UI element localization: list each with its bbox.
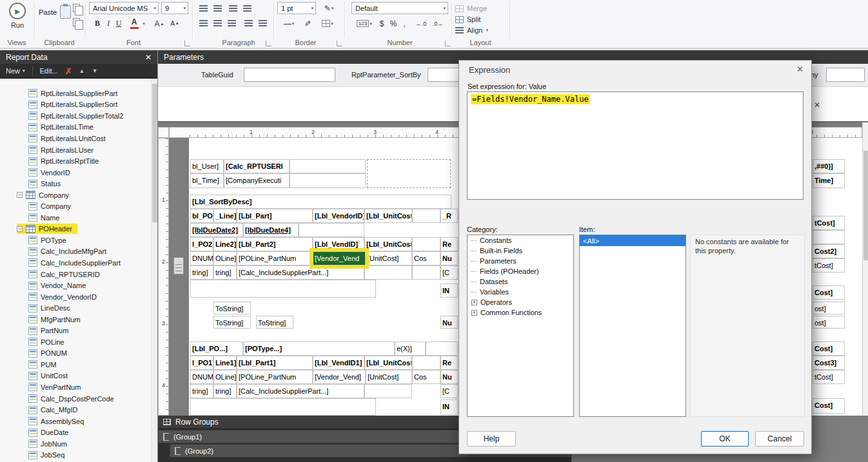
- design-cell-re[interactable]: Re: [440, 237, 458, 251]
- tree-item-JobSeq[interactable]: JobSeq: [0, 450, 152, 461]
- align-justify-icon[interactable]: [197, 3, 210, 15]
- tree-item-RptLiteralsLSupplierPart[interactable]: RptLiteralsLSupplierPart: [0, 88, 152, 99]
- border-width-select[interactable]: 1 pt ▾: [277, 2, 316, 14]
- design-cell-calcincludesupplierpart[interactable]: [Calc_IncludeSupplierPart...]: [237, 384, 364, 398]
- design-cell-oline[interactable]: OLine]: [213, 370, 237, 384]
- design-cell-tcost[interactable]: tCost]: [813, 258, 845, 273]
- scrollbar-thumb[interactable]: [152, 84, 157, 222]
- design-cell-lblvendid1[interactable]: [Lbl_VendID1]: [313, 356, 364, 370]
- delete-button[interactable]: ✗: [65, 66, 72, 76]
- design-cell-calcincludesupplierpart[interactable]: [Calc_IncludeSupplierPart...]: [237, 265, 364, 280]
- design-cell-0[interactable]: ,##0)]: [813, 159, 845, 173]
- decrease-decimals-button[interactable]: .0→: [429, 17, 446, 30]
- align-right-button[interactable]: [226, 17, 238, 30]
- borders-button[interactable]: ▾: [317, 17, 338, 30]
- format-painter-icon[interactable]: [73, 18, 80, 26]
- design-cell-oline[interactable]: OLine]: [213, 251, 237, 265]
- tree-item-RptLiteralsLTime[interactable]: RptLiteralsLTime: [0, 122, 152, 133]
- tree-item-RptLiteralsRptTitle[interactable]: RptLiteralsRptTitle: [0, 155, 152, 167]
- design-cell-lblpart[interactable]: [Lbl_Part]: [237, 209, 313, 223]
- design-cell-lblsortbydesc[interactable]: [Lbl_SortByDesc]: [190, 195, 451, 209]
- italic-button[interactable]: I: [103, 17, 113, 30]
- design-cell-ost[interactable]: ost]: [813, 302, 845, 314]
- design-cell-dnum[interactable]: DNUM]: [190, 370, 213, 384]
- design-cell-nu[interactable]: Nu: [440, 370, 458, 384]
- tree-item-POType[interactable]: POType: [0, 235, 152, 246]
- font-color-dropdown-icon[interactable]: ▾: [141, 17, 147, 30]
- design-cell-nu[interactable]: Nu: [440, 251, 458, 265]
- design-cell-in[interactable]: IN: [440, 284, 458, 298]
- tree-item-Calc_MfgID[interactable]: Calc_MfgID: [0, 404, 152, 416]
- cancel-button[interactable]: Cancel: [755, 431, 804, 447]
- tree-item-Calc_IncludeSupplierPart[interactable]: Calc_IncludeSupplierPart: [0, 257, 152, 269]
- design-cell-iblduedate4[interactable]: [IblDueDate4]: [243, 223, 299, 237]
- design-cell-lblunitcost2[interactable]: [Lbl_UnitCost2]: [364, 237, 412, 251]
- category-item-constants[interactable]: Constants: [468, 235, 573, 245]
- edit-button[interactable]: Edit...: [40, 67, 58, 75]
- indent-decrease-icon[interactable]: [227, 3, 239, 15]
- report-data-scrollbar[interactable]: [151, 79, 157, 462]
- design-cell-lblpo[interactable]: [Lbl_PO...]: [190, 342, 243, 356]
- design-cell-cos[interactable]: Cos: [412, 251, 440, 265]
- design-cell-tostring[interactable]: ToString]: [256, 316, 293, 329]
- tree-item-Calc_IncludeMfgPart[interactable]: Calc_IncludeMfgPart: [0, 246, 152, 258]
- split-button[interactable]: Split: [455, 14, 480, 24]
- design-cell-empty[interactable]: [412, 356, 440, 370]
- design-cell-line1[interactable]: Line1]: [213, 356, 237, 370]
- tree-item-PONUM[interactable]: PONUM: [0, 348, 152, 360]
- tree-item-MfgPartNum[interactable]: MfgPartNum: [0, 314, 152, 325]
- design-cell-cost[interactable]: Cost]: [813, 342, 845, 356]
- design-cell-lblunitcost1[interactable]: [Lbl_UnitCost1]: [364, 356, 412, 370]
- bullet-list-button[interactable]: [242, 17, 255, 30]
- design-cell-vendorvend[interactable]: [Vendor_Vend: [313, 251, 366, 265]
- tree-item-RptLiteralsLSupplierTotal2[interactable]: RptLiteralsLSupplierTotal2: [0, 110, 152, 122]
- tree-item-POHeader[interactable]: −POHeader: [0, 224, 152, 235]
- paste-button[interactable]: Paste: [39, 8, 57, 16]
- design-cell-lpo1[interactable]: l_PO1]: [190, 356, 213, 370]
- align-button[interactable]: Align▾: [455, 25, 488, 35]
- bold-button[interactable]: B: [92, 17, 103, 30]
- move-up-button[interactable]: ▲: [79, 68, 85, 74]
- new-button[interactable]: New▾: [6, 67, 25, 75]
- design-cell-empty[interactable]: [299, 223, 364, 237]
- design-cell-in[interactable]: IN: [440, 399, 458, 415]
- tree-item-POLine[interactable]: POLine: [0, 336, 152, 348]
- design-cell-bltime[interactable]: bl_Time]: [190, 173, 224, 188]
- font-size-select[interactable]: 9 ▾: [161, 2, 188, 14]
- design-cell-cost3[interactable]: Cost3]: [813, 356, 845, 370]
- number-123-button[interactable]: 123▾: [353, 17, 375, 30]
- align-left-button[interactable]: [197, 17, 210, 30]
- font-color-button[interactable]: A: [128, 17, 141, 30]
- collapse-icon[interactable]: −: [17, 192, 23, 198]
- design-cell-unitcost[interactable]: [UnitCost]: [366, 370, 412, 384]
- expression-editor[interactable]: =Fields!Vendor_Name.Value: [467, 91, 804, 200]
- tree-item-Name[interactable]: Name: [0, 212, 152, 224]
- item-option[interactable]: <All>: [580, 235, 686, 246]
- tree-item-Vendor_VendorID[interactable]: Vendor_VendorID: [0, 291, 152, 303]
- tree-item-RptLiteralsLUnitCost[interactable]: RptLiteralsLUnitCost: [0, 133, 152, 144]
- tree-item-RptLiteralsLUser[interactable]: RptLiteralsLUser: [0, 144, 152, 156]
- category-item-common-functions[interactable]: +Common Functions: [468, 307, 573, 318]
- design-cell-vendorvend[interactable]: [Vendor_Vend]: [313, 370, 366, 384]
- percent-button[interactable]: %: [388, 17, 399, 30]
- increase-decimals-button[interactable]: ←.0: [413, 17, 429, 30]
- paste-icon[interactable]: [60, 5, 71, 19]
- design-cell-tcost[interactable]: tCost]: [813, 216, 845, 230]
- grow-font-button[interactable]: A▲: [152, 17, 166, 30]
- design-cell-companyexecuti[interactable]: [CompanyExecuti: [224, 173, 290, 188]
- design-cell-bluser[interactable]: bl_User]: [190, 159, 224, 173]
- design-cell-empty[interactable]: [290, 173, 366, 188]
- design-cell-iblduedate2[interactable]: [IblDueDate2]: [190, 223, 243, 237]
- category-item-datasets[interactable]: Datasets: [468, 276, 573, 287]
- design-cell-nu[interactable]: Nu: [440, 316, 458, 329]
- design-cell-line2[interactable]: Line2]: [213, 237, 237, 251]
- design-cell-tcost[interactable]: tCost]: [813, 370, 845, 384]
- design-cell-lblvendorid[interactable]: [Lbl_VendorID]: [313, 209, 364, 223]
- design-cell-tring[interactable]: tring]: [190, 384, 213, 398]
- tree-item-Company[interactable]: −Company: [0, 189, 152, 201]
- category-list[interactable]: ConstantsBuilt-in FieldsParametersFields…: [467, 235, 574, 417]
- design-cell-lblpart1[interactable]: [Lbl_Part1]: [237, 356, 313, 370]
- number-format-select[interactable]: Default ▾: [351, 2, 448, 14]
- design-cell-lblunitcost[interactable]: [Lbl_UnitCost]: [364, 209, 412, 223]
- design-cell-dnum[interactable]: DNUM]: [190, 251, 213, 265]
